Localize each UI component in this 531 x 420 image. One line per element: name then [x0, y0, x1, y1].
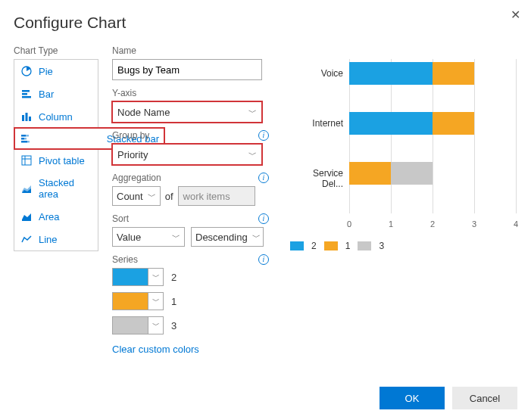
chevron-down-icon: ﹀ [148, 269, 163, 285]
series-label: Series [112, 254, 269, 265]
dialog-title: Configure Chart [14, 14, 517, 32]
chart-type-column[interactable]: Column [14, 105, 98, 128]
groupby-select[interactable]: Priority ﹀ [112, 144, 262, 165]
svg-rect-12 [27, 141, 30, 143]
stacked-bar-icon [20, 132, 32, 145]
cancel-button[interactable]: Cancel [452, 387, 517, 409]
groupby-label: Group by [112, 130, 269, 141]
chart-xtick: 4 [514, 219, 518, 229]
series-item: ﹀ 3 [112, 316, 269, 334]
sort-field-select[interactable]: Value ﹀ [112, 227, 185, 247]
series-item: ﹀ 2 [112, 268, 269, 286]
clear-colors-link[interactable]: Clear custom colors [112, 344, 199, 355]
chart-segment [349, 162, 391, 185]
sort-direction-value: Descending [195, 232, 248, 243]
series-item: ﹀ 1 [112, 292, 269, 310]
stacked-area-icon [20, 182, 33, 194]
svg-rect-9 [21, 138, 24, 140]
sort-direction-select[interactable]: Descending ﹀ [191, 227, 264, 247]
chevron-down-icon: ﹀ [172, 232, 180, 243]
chevron-down-icon: ﹀ [148, 293, 163, 310]
yaxis-value: Node Name [117, 107, 170, 118]
series-value-label: 2 [171, 272, 176, 283]
chart-type-line[interactable]: Line [14, 228, 98, 250]
info-icon[interactable]: i [258, 130, 269, 141]
chevron-down-icon: ﹀ [148, 317, 163, 334]
series-color-picker[interactable]: ﹀ [112, 316, 164, 334]
chart-legend: 2 1 3 [290, 241, 517, 251]
chart-xtick: 1 [389, 219, 393, 229]
chevron-down-icon: ﹀ [248, 107, 257, 118]
svg-rect-6 [29, 117, 31, 121]
chart-type-list: Pie Bar Column Stacked bar Pivot table S… [14, 59, 98, 251]
chart-type-area[interactable]: Area [14, 205, 98, 228]
chart-segment [433, 62, 474, 85]
chart-type-label-text: Column [39, 111, 73, 123]
aggregation-label: Aggregation [112, 173, 269, 183]
chevron-down-icon: ﹀ [248, 149, 257, 160]
series-value-label: 1 [171, 296, 176, 307]
chart-xtick: 2 [430, 219, 435, 229]
svg-rect-8 [26, 135, 29, 137]
chart-type-label-text: Pivot table [39, 155, 85, 166]
sort-field-value: Value [117, 232, 141, 243]
legend-label: 1 [345, 241, 351, 251]
info-icon[interactable]: i [258, 254, 269, 265]
sort-label: Sort [112, 213, 269, 224]
line-icon [20, 233, 33, 245]
chart-bar-row [349, 112, 474, 135]
legend-swatch [290, 241, 304, 250]
chart-type-pie[interactable]: Pie [14, 60, 98, 82]
chevron-down-icon: ﹀ [148, 191, 156, 202]
chart-category-label: Service Del... [290, 168, 343, 189]
aggregation-value: Count [117, 191, 143, 202]
chart-type-label-text: Area [39, 211, 59, 222]
svg-rect-2 [22, 93, 27, 95]
info-icon[interactable]: i [258, 173, 269, 183]
series-value-label: 3 [171, 320, 176, 331]
chart-segment [349, 62, 433, 85]
aggregation-of-text: of [165, 191, 173, 202]
series-color-picker[interactable]: ﹀ [112, 268, 164, 286]
chart-segment [433, 112, 474, 135]
area-icon [20, 210, 33, 222]
chart-type-bar[interactable]: Bar [14, 82, 98, 105]
svg-rect-3 [22, 96, 31, 98]
chart-type-pivot-table[interactable]: Pivot table [14, 149, 98, 172]
pivot-icon [20, 154, 33, 166]
svg-rect-7 [21, 135, 26, 137]
svg-rect-10 [24, 138, 27, 140]
pie-icon [20, 65, 33, 77]
chart-xtick: 3 [472, 219, 476, 229]
chart-category-label: Internet [290, 118, 343, 129]
aggregation-select[interactable]: Count ﹀ [112, 186, 161, 206]
close-icon[interactable]: ✕ [511, 8, 520, 22]
yaxis-select[interactable]: Node Name ﹀ [112, 101, 262, 123]
chart-xtick: 0 [347, 219, 351, 229]
chart-type-label-text: Stacked area [39, 177, 92, 200]
legend-label: 3 [379, 241, 384, 251]
legend-swatch [358, 241, 371, 250]
name-input[interactable] [112, 59, 262, 80]
svg-rect-5 [26, 113, 28, 121]
chart-segment [391, 162, 433, 185]
svg-rect-13 [22, 156, 31, 165]
chart-type-stacked-area[interactable]: Stacked area [14, 172, 98, 205]
chart-segment [349, 112, 433, 135]
legend-label: 2 [311, 241, 317, 251]
chart-type-label-text: Bar [39, 89, 54, 100]
chart-type-label: Chart Type [14, 45, 98, 56]
name-label: Name [112, 45, 269, 56]
chart-type-label-text: Line [39, 234, 58, 245]
column-icon [20, 110, 33, 123]
series-color-picker[interactable]: ﹀ [112, 292, 164, 310]
ok-button[interactable]: OK [380, 387, 445, 409]
aggregation-target: work items [178, 186, 255, 206]
chart-category-label: Voice [290, 68, 343, 79]
legend-swatch [324, 241, 338, 250]
chart-bar-row [349, 62, 474, 85]
yaxis-label: Y-axis [112, 88, 269, 98]
chart-preview: Voice Internet Service Del... 0 1 2 3 4 [290, 59, 517, 235]
chevron-down-icon: ﹀ [252, 232, 261, 243]
info-icon[interactable]: i [258, 213, 269, 224]
